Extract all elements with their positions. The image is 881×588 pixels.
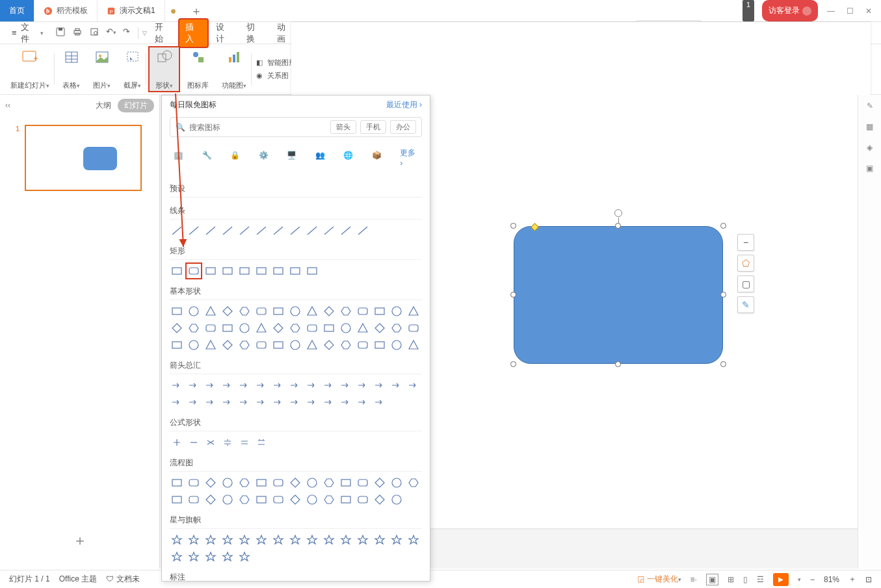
shape-option[interactable] bbox=[204, 476, 218, 490]
shape-option[interactable] bbox=[237, 533, 252, 547]
shape-option[interactable] bbox=[288, 492, 302, 507]
shape-option[interactable] bbox=[322, 476, 336, 490]
recent-link[interactable]: 最近使用 › bbox=[386, 99, 422, 110]
doc-protect[interactable]: 🛡 文档未 bbox=[106, 574, 139, 585]
shape-option[interactable] bbox=[220, 395, 235, 409]
shape-option[interactable] bbox=[339, 304, 353, 318]
more-icons-link[interactable]: 更多 › bbox=[400, 147, 418, 168]
shape-option[interactable] bbox=[406, 378, 421, 392]
tab-transition[interactable]: 切换 bbox=[240, 19, 269, 47]
shape-option[interactable] bbox=[389, 492, 404, 507]
print-button[interactable] bbox=[72, 27, 83, 39]
shape-option[interactable] bbox=[288, 304, 302, 318]
resize-handle[interactable] bbox=[720, 292, 726, 298]
sorter-view[interactable]: ⊞ bbox=[728, 575, 734, 584]
shape-option[interactable] bbox=[220, 264, 235, 278]
shape-option[interactable] bbox=[288, 395, 302, 409]
shape-option[interactable] bbox=[389, 321, 404, 335]
shape-option[interactable] bbox=[288, 533, 302, 547]
shape-option[interactable] bbox=[305, 533, 319, 547]
shape-option[interactable] bbox=[373, 533, 387, 547]
shape-option[interactable] bbox=[204, 533, 218, 547]
shape-option[interactable] bbox=[187, 492, 201, 507]
reading-view[interactable]: ▯ bbox=[743, 575, 748, 584]
shape-option[interactable] bbox=[389, 378, 404, 392]
shape-option[interactable] bbox=[373, 378, 387, 392]
shape-option[interactable] bbox=[187, 224, 201, 238]
resize-handle[interactable] bbox=[510, 223, 516, 229]
shape-option[interactable] bbox=[339, 224, 353, 238]
redo-button[interactable]: ↷ bbox=[123, 27, 130, 39]
shape-option[interactable] bbox=[271, 492, 285, 507]
tag-office[interactable]: 办公 bbox=[390, 120, 416, 134]
shape-option[interactable] bbox=[322, 533, 336, 547]
shape-option[interactable] bbox=[170, 264, 184, 278]
icon-lib-button[interactable]: 图标库 bbox=[182, 47, 214, 92]
add-slide-button[interactable]: ＋ bbox=[73, 531, 87, 550]
shape-tool-mini[interactable]: ⬠ bbox=[737, 255, 754, 272]
shape-option[interactable] bbox=[373, 304, 387, 318]
shape-option[interactable] bbox=[406, 321, 421, 335]
shape-option[interactable] bbox=[305, 304, 319, 318]
shape-option[interactable] bbox=[322, 321, 336, 335]
picto-icon[interactable]: 🔒 bbox=[230, 151, 243, 165]
sidebar-anim-icon[interactable]: ◈ bbox=[867, 143, 873, 152]
shape-option[interactable] bbox=[170, 395, 184, 409]
shape-option[interactable] bbox=[170, 224, 184, 238]
guest-login-button[interactable]: 访客登录 bbox=[762, 0, 818, 21]
shape-option[interactable] bbox=[356, 224, 370, 238]
normal-view[interactable]: ▣ bbox=[706, 574, 718, 585]
shape-option[interactable] bbox=[271, 378, 285, 392]
shape-option[interactable] bbox=[220, 378, 235, 392]
picto-icon[interactable]: 🌐 bbox=[343, 151, 356, 165]
shape-option[interactable] bbox=[204, 395, 218, 409]
template-tab[interactable]: 稻壳模板 bbox=[34, 0, 98, 21]
shape-option[interactable] bbox=[288, 338, 302, 352]
shape-option[interactable] bbox=[254, 264, 269, 278]
shape-option[interactable] bbox=[271, 476, 285, 490]
shape-option[interactable] bbox=[356, 395, 370, 409]
shape-option[interactable] bbox=[356, 304, 370, 318]
shape-option[interactable] bbox=[187, 435, 201, 450]
shape-option[interactable] bbox=[373, 338, 387, 352]
shape-option[interactable] bbox=[373, 492, 387, 507]
shape-option[interactable] bbox=[170, 304, 184, 318]
shape-option[interactable] bbox=[271, 395, 285, 409]
shape-option[interactable] bbox=[271, 264, 285, 278]
shape-option[interactable] bbox=[187, 476, 201, 490]
zoom-out[interactable]: − bbox=[810, 575, 815, 584]
shape-option[interactable] bbox=[271, 321, 285, 335]
shape-option[interactable] bbox=[254, 378, 269, 392]
shape-option[interactable] bbox=[356, 321, 370, 335]
picto-icon[interactable]: 🔧 bbox=[202, 151, 215, 165]
shape-option[interactable] bbox=[204, 264, 218, 278]
relation-button[interactable]: ◉关系图 bbox=[254, 71, 296, 81]
shape-option[interactable] bbox=[373, 476, 387, 490]
undo-button[interactable]: ↶▾ bbox=[106, 27, 116, 39]
shape-option[interactable] bbox=[170, 550, 184, 564]
new-slide-button[interactable]: 新建幻灯片▾ bbox=[5, 47, 55, 92]
outline-tab[interactable]: 大纲 bbox=[96, 100, 111, 111]
shape-option[interactable] bbox=[305, 378, 319, 392]
resize-handle[interactable] bbox=[510, 292, 516, 298]
shape-option[interactable] bbox=[305, 321, 319, 335]
shape-option[interactable] bbox=[220, 435, 235, 450]
shape-option[interactable] bbox=[187, 378, 201, 392]
shape-option[interactable] bbox=[271, 533, 285, 547]
resize-handle[interactable] bbox=[510, 361, 516, 367]
notes-view[interactable]: ≡· bbox=[690, 575, 697, 584]
shape-option[interactable] bbox=[254, 476, 269, 490]
outline-view[interactable]: ☲ bbox=[757, 575, 764, 584]
shape-option[interactable] bbox=[305, 338, 319, 352]
shape-option[interactable] bbox=[288, 321, 302, 335]
layout-tool-mini[interactable]: ▢ bbox=[737, 275, 754, 292]
shape-option[interactable] bbox=[356, 492, 370, 507]
fit-view[interactable]: ⊡ bbox=[865, 575, 872, 584]
shape-option[interactable] bbox=[288, 476, 302, 490]
shape-option[interactable] bbox=[305, 476, 319, 490]
rotate-handle[interactable] bbox=[614, 209, 622, 217]
picto-icon[interactable]: 🏢 bbox=[174, 151, 187, 165]
shape-option[interactable] bbox=[170, 533, 184, 547]
shape-option[interactable] bbox=[305, 492, 319, 507]
sidebar-clip-icon[interactable]: ▣ bbox=[866, 164, 873, 173]
